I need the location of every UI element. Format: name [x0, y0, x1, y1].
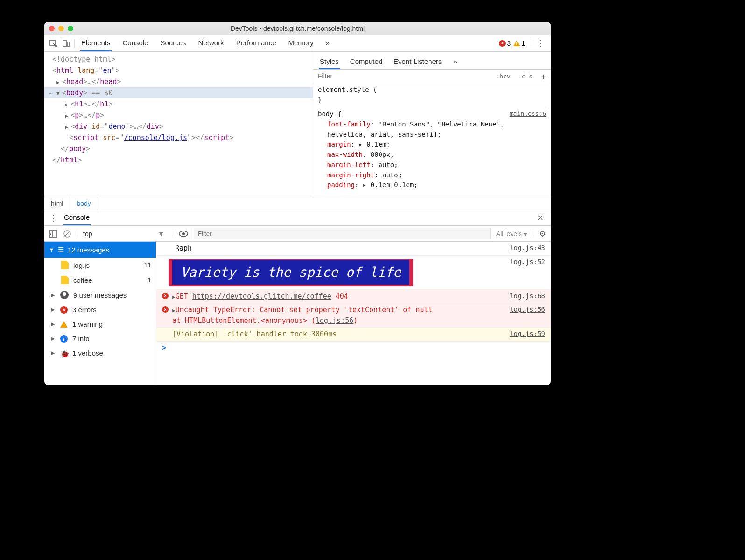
list-icon: ☰: [58, 245, 64, 254]
sidebar-messages-header[interactable]: ▼ ☰ 12 messages: [44, 242, 156, 258]
console-drawer-header: ⋮ Console ×: [44, 210, 551, 226]
file-icon: [61, 276, 69, 284]
add-rule-icon[interactable]: +: [536, 71, 551, 81]
source-link[interactable]: log.js:68: [510, 291, 545, 302]
sidebar-file-coffee[interactable]: coffee1: [44, 273, 156, 287]
styled-log-text: Variety is the spice of life: [172, 260, 409, 285]
error-badge[interactable]: ×3: [499, 40, 511, 47]
source-link[interactable]: log.js:59: [510, 329, 545, 340]
settings-icon[interactable]: ⚙: [539, 229, 546, 239]
warning-badge[interactable]: 1: [513, 40, 525, 47]
error-count: 3: [507, 40, 511, 47]
request-url[interactable]: https://devtools.glitch.me/coffee: [192, 292, 331, 301]
cls-toggle[interactable]: .cls: [514, 70, 536, 83]
styles-pane: Styles Computed Event Listeners » :hov .…: [313, 52, 551, 197]
svg-point-6: [182, 232, 185, 235]
source-link[interactable]: log.js:52: [510, 257, 545, 267]
styles-tabs-overflow[interactable]: »: [452, 55, 457, 69]
devtools-window: DevTools - devtools.glitch.me/console/lo…: [44, 22, 551, 385]
console-filter-input[interactable]: [194, 228, 491, 239]
error-icon: ×: [162, 293, 169, 299]
svg-rect-2: [67, 42, 70, 46]
tab-sources[interactable]: Sources: [160, 35, 187, 51]
titlebar: DevTools - devtools.glitch.me/console/lo…: [44, 22, 551, 35]
console-messages: Raph log.js:43 Variety is the spice of l…: [156, 242, 551, 385]
drawer-tab-console[interactable]: Console: [63, 210, 91, 225]
error-icon: ×: [60, 306, 68, 314]
warning-count: 1: [521, 40, 525, 47]
console-sidebar: ▼ ☰ 12 messages log.js11 coffee1 ▶9 user…: [44, 242, 156, 385]
source-link[interactable]: log.js:56: [510, 305, 545, 315]
live-expression-icon[interactable]: [179, 231, 188, 237]
log-message-styled[interactable]: Variety is the spice of life log.js:52: [156, 256, 551, 290]
violation-message[interactable]: [Violation] 'click' handler took 3000ms …: [156, 328, 551, 342]
tab-console[interactable]: Console: [122, 35, 149, 51]
doctype: <!doctype html>: [52, 55, 115, 63]
tab-performance[interactable]: Performance: [235, 35, 277, 51]
window-title: DevTools - devtools.glitch.me/console/lo…: [44, 25, 551, 32]
tab-computed[interactable]: Computed: [349, 55, 383, 69]
stack-link[interactable]: log.js:56: [316, 316, 353, 325]
tab-event-listeners[interactable]: Event Listeners: [393, 55, 443, 69]
network-error-message[interactable]: × ▶GET https://devtools.glitch.me/coffee…: [156, 290, 551, 304]
clear-console-icon[interactable]: [63, 230, 71, 238]
http-status: 404: [331, 292, 348, 301]
error-icon: ×: [499, 40, 506, 47]
sidebar-errors[interactable]: ▶×3 errors: [44, 302, 156, 317]
console-toolbar: top▼ All levels ▾ ⚙: [44, 226, 551, 242]
tab-memory[interactable]: Memory: [288, 35, 315, 51]
sidebar-info[interactable]: ▶i7 info: [44, 331, 156, 346]
inspect-icon[interactable]: [49, 39, 57, 48]
tab-styles[interactable]: Styles: [319, 55, 340, 69]
log-levels-selector[interactable]: All levels ▾: [496, 230, 527, 238]
bug-icon: 🐞: [60, 350, 68, 357]
dom-tree[interactable]: <!doctype html> <html lang="en"> ▶<head>…: [44, 52, 313, 197]
context-selector[interactable]: top▼: [83, 230, 167, 238]
element-style[interactable]: element.style {: [318, 86, 377, 93]
drawer-menu-icon[interactable]: ⋮: [49, 213, 57, 223]
tabs-overflow[interactable]: »: [325, 35, 330, 51]
sidebar-toggle-icon[interactable]: [49, 230, 57, 238]
error-icon: ×: [162, 306, 169, 313]
info-icon: i: [60, 335, 68, 343]
warning-icon: [60, 321, 68, 328]
styles-filter-input[interactable]: [313, 70, 492, 83]
user-icon: [60, 291, 69, 299]
js-error-message[interactable]: × ▶Uncaught TypeError: Cannot set proper…: [156, 303, 551, 328]
tab-network[interactable]: Network: [197, 35, 225, 51]
hov-toggle[interactable]: :hov: [492, 70, 514, 83]
source-link[interactable]: log.js:43: [510, 243, 545, 254]
sidebar-verbose[interactable]: ▶🐞1 verbose: [44, 346, 156, 360]
device-icon[interactable]: [62, 39, 70, 48]
selected-marker: == $0: [87, 89, 112, 97]
close-drawer-icon[interactable]: ×: [534, 212, 546, 224]
file-icon: [61, 261, 69, 269]
console-prompt[interactable]: >: [156, 342, 551, 354]
body-selector[interactable]: body {: [318, 110, 342, 118]
tab-elements[interactable]: Elements: [80, 35, 112, 51]
warning-icon: [513, 41, 520, 46]
menu-icon[interactable]: ⋮: [534, 38, 546, 49]
svg-rect-1: [63, 41, 67, 46]
main-toolbar: Elements Console Sources Network Perform…: [44, 35, 551, 52]
breadcrumb-html[interactable]: html: [44, 197, 70, 210]
sidebar-file-logjs[interactable]: log.js11: [44, 258, 156, 273]
log-message[interactable]: Raph log.js:43: [156, 242, 551, 256]
breadcrumb-body[interactable]: body: [70, 197, 98, 210]
sidebar-warnings[interactable]: ▶1 warning: [44, 317, 156, 331]
sidebar-user-messages[interactable]: ▶9 user messages: [44, 287, 156, 302]
breadcrumb: html body: [44, 197, 551, 210]
script-src[interactable]: /console/log.js: [124, 133, 187, 142]
source-link[interactable]: main.css:6: [510, 109, 546, 119]
